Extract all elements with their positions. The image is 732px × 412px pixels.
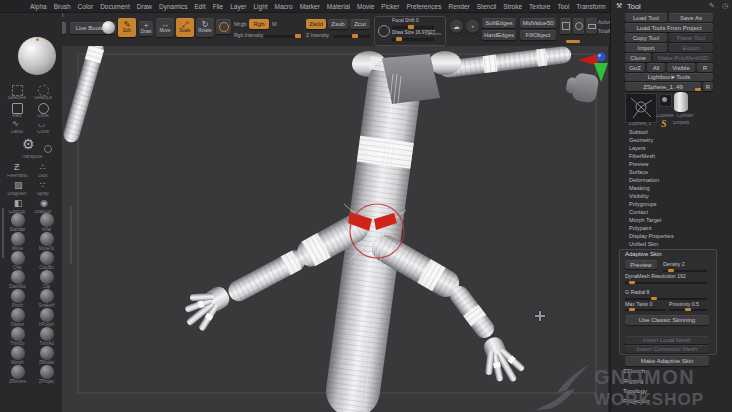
tool-section-header[interactable]: Morph Target [611,216,732,224]
menu-item[interactable]: Light [253,3,267,10]
tool-section-header[interactable]: Polypaint [611,224,732,232]
brush-thumbnail[interactable]: Inflat [33,213,60,232]
export-button[interactable]: Export [669,43,713,52]
tool-section-header[interactable]: Rigging [611,376,732,386]
tool-section-header[interactable]: Preview [611,160,732,168]
menu-item[interactable]: File [213,3,223,10]
z-intensity-handle[interactable] [352,34,358,38]
menu-item[interactable]: Alpha [30,3,47,10]
tool-section-header[interactable]: Display Properties [611,232,732,240]
canvas-svg[interactable] [62,46,608,412]
current-brush-sphere[interactable] [18,37,56,75]
brush-thumbnail[interactable]: Clay [4,251,31,270]
menu-item[interactable]: Marker [300,3,320,10]
tool-section-header[interactable]: Polygroups [611,200,732,208]
scale-button[interactable]: ⤢ Scale [176,18,194,37]
copy-tool-button[interactable]: Copy Tool [625,33,667,42]
menu-item[interactable]: Tool [557,3,569,10]
tool-section-header[interactable]: Projection [611,396,732,406]
brush-thumbnail[interactable]: ZRemes [4,365,31,384]
current-tool-button[interactable]: ZSphere_1. 49 [625,82,701,91]
mrgb-label[interactable]: Mrgb [234,22,247,28]
viewport[interactable] [62,46,608,412]
history-circle-icon[interactable]: ◷ [722,2,728,9]
select-rect-icon[interactable] [12,85,23,96]
tool-section-header[interactable]: ZSketch [611,366,732,376]
max-twist-slider[interactable] [625,309,665,311]
clip-circle-icon[interactable] [38,103,49,114]
curve-icon[interactable]: ◡ [38,120,45,128]
store-view-button-1[interactable] [560,18,571,34]
dynamesh-handle[interactable] [629,281,635,284]
proximity-slider[interactable] [669,309,707,311]
shelf-scrollbar[interactable] [566,40,580,43]
colorspray-stroke-icon[interactable]: ◧ [14,199,23,208]
brush-thumbnail[interactable]: DamSta [4,270,31,289]
zadd-button[interactable]: Zadd [306,19,326,29]
menu-item[interactable]: Edit [195,3,206,10]
brush-thumbnail[interactable]: ClayBu [33,251,60,270]
tool-section-header[interactable]: Contact [611,208,732,216]
load-tools-from-project-button[interactable]: Load Tools From Project [625,23,713,32]
m-label[interactable]: M [272,22,277,28]
dynamic-label[interactable]: Dynamic [425,32,442,36]
zsphere-mini-thumbnail[interactable] [659,94,672,107]
density-slider[interactable] [663,270,707,272]
use-classic-skinning-button[interactable]: Use Classic Skinning [625,315,709,325]
insert-local-mesh-button[interactable]: Insert Local Mesh [625,336,709,344]
current-tool-r-button[interactable]: R [703,82,713,91]
brush-thumbnail[interactable]: ZProjec [33,365,60,384]
tool-section-header[interactable]: FiberMesh [611,152,732,160]
brush-thumbnail[interactable]: Morph [4,346,31,365]
menu-item[interactable]: Brush [54,3,71,10]
draw-button[interactable]: + Draw [139,21,153,36]
tool-section-header[interactable]: Topology [611,386,732,396]
z-intensity-slider[interactable] [334,35,370,38]
rgb-intensity-handle[interactable] [295,34,301,38]
pen-icon[interactable]: ✎ [709,2,715,9]
freehand-stroke-icon[interactable]: Ƶ [14,163,20,172]
rgb-button[interactable]: Rgb [249,19,269,29]
edit-button[interactable]: ✎ Edit [118,18,136,37]
g-radial-handle[interactable] [651,297,657,300]
spray-stroke-icon[interactable]: ∵ [40,181,46,190]
g-radial-slider[interactable] [625,298,707,300]
dragdot-stroke-icon[interactable]: ◉ [40,199,48,208]
draw-size-slider[interactable] [392,38,434,41]
smt-button[interactable]: ● [466,20,479,33]
clone-button[interactable]: Clone [625,53,651,62]
tool-section-header[interactable]: Visibility [611,192,732,200]
zsub-button[interactable]: Zsub [328,19,348,29]
move-button[interactable]: ↔ Move [156,18,174,37]
visible-button[interactable]: Visible [667,63,695,72]
tool-section-header[interactable]: Subtool [611,128,732,136]
tool-section-header[interactable]: Deformation [611,176,732,184]
focal-shift-slider[interactable] [392,26,434,29]
make-polymesh3d-button[interactable]: Make PolyMesh3D [653,53,713,62]
lightbox-tools-button[interactable]: Lightbox►Tools [625,73,713,81]
tool-section-header[interactable]: Unified Skin [611,240,732,248]
menu-item[interactable]: Render [448,3,469,10]
menu-item[interactable]: Material [327,3,350,10]
tool-section-header[interactable]: Masking [611,184,732,192]
menu-item[interactable]: Layer [230,3,246,10]
select-lasso-icon[interactable] [38,85,49,96]
goz-button[interactable]: GoZ [625,63,645,72]
density-handle[interactable] [668,269,674,272]
mid-value-button[interactable]: MidValue50 [520,18,556,28]
lasso-icon[interactable]: ∿ [12,120,19,128]
paste-tool-button[interactable]: Paste Tool [669,33,713,42]
make-adaptive-skin-button[interactable]: Make Adaptive Skin [625,356,709,366]
transpose-gear-icon[interactable]: ⚙ [22,137,35,151]
brush-thumbnail[interactable]: MoveTo [33,232,60,251]
r-button[interactable]: R [697,63,713,72]
menu-item[interactable]: Draw [137,3,152,10]
brush-thumbnail[interactable]: Move [4,232,31,251]
brush-thumbnail[interactable]: TrimAd [33,327,60,346]
sculptris-pro-button[interactable]: ☁ [450,20,463,33]
preview-sphere-icon[interactable] [102,21,115,34]
menu-item[interactable]: Macro [275,3,293,10]
import-button[interactable]: Import [625,43,667,52]
current-tool-thumbnail[interactable] [625,93,657,123]
focal-shift-handle[interactable] [408,25,414,29]
